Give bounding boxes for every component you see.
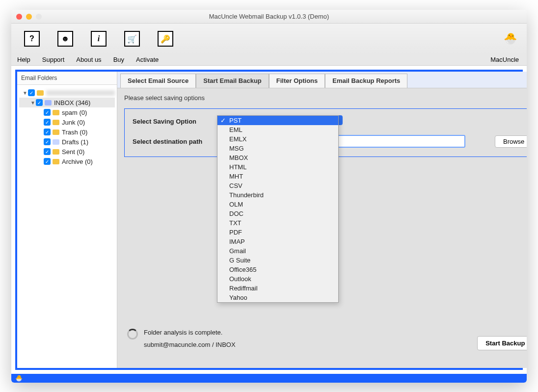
activate-button[interactable]: 🔑 (158, 31, 173, 47)
brand-logo-icon: 🐣 (504, 32, 517, 45)
footer: 🐣 (11, 374, 527, 383)
dropdown-option[interactable]: MBOX (217, 153, 338, 162)
app-window: MacUncle Webmail Backup v1.0.3 (Demo) ? … (11, 10, 527, 383)
saving-option-label: Select Saving Option (133, 118, 216, 125)
folder-icon (53, 110, 59, 115)
checkbox-icon[interactable]: ✓ (36, 99, 43, 106)
dropdown-option[interactable]: EMLX (217, 134, 338, 144)
tree-spam-row[interactable]: ✓ spam (0) (19, 107, 115, 117)
folder-icon (53, 149, 59, 155)
dropdown-option[interactable]: Outlook (217, 274, 338, 284)
dropdown-option[interactable]: OLM (217, 200, 338, 209)
main-panel: Select Email Source Start Email Backup F… (117, 72, 527, 368)
tabs: Select Email Source Start Email Backup F… (117, 72, 527, 88)
person-icon: ☻ (61, 34, 70, 43)
dropdown-option[interactable]: TXT (217, 218, 338, 228)
menu-support[interactable]: Support (36, 56, 71, 63)
question-icon: ? (29, 34, 34, 43)
about-button[interactable]: i (91, 31, 107, 47)
sent-label: Sent (0) (62, 148, 84, 156)
drafts-label: Drafts (1) (62, 138, 88, 146)
disclosure-icon[interactable]: ▼ (30, 100, 36, 105)
menu-activate[interactable]: Activate (130, 56, 164, 63)
buy-button[interactable]: 🛒 (124, 31, 140, 47)
folder-tree: ▼ ✓ ▼ ✓ INBOX (346) ✓ spam (0) (17, 85, 117, 169)
titlebar: MacUncle Webmail Backup v1.0.3 (Demo) (11, 10, 527, 24)
content-area: Email Folders ▼ ✓ ▼ ✓ INBOX (346) (11, 66, 527, 374)
dropdown-option[interactable]: DOC (217, 209, 338, 218)
checkbox-icon[interactable]: ✓ (44, 109, 51, 116)
disclosure-icon[interactable]: ▼ (22, 90, 28, 96)
menu-buy[interactable]: Buy (108, 56, 130, 63)
dropdown-option[interactable]: EML (217, 125, 338, 134)
tab-backup-reports[interactable]: Email Backup Reports (325, 74, 407, 88)
archive-label: Archive (0) (62, 158, 93, 165)
key-icon: 🔑 (161, 34, 170, 44)
menubar: Help Support About us Buy Activate MacUn… (11, 54, 527, 66)
dropdown-option[interactable]: Thunderbird (217, 190, 338, 200)
window-title: MacUncle Webmail Backup v1.0.3 (Demo) (11, 13, 527, 20)
start-backup-button[interactable]: Start Backup (477, 336, 527, 350)
dropdown-option[interactable]: Office365 (217, 265, 338, 274)
checkbox-icon[interactable]: ✓ (44, 158, 51, 165)
dropdown-option[interactable]: Rediffmail (217, 284, 338, 293)
help-button[interactable]: ? (24, 31, 40, 47)
menu-brand: MacUncle (484, 56, 527, 63)
checkbox-icon[interactable]: ✓ (44, 138, 51, 145)
tree-inbox-row[interactable]: ▼ ✓ INBOX (346) (19, 98, 115, 107)
inbox-icon (45, 100, 52, 105)
sidebar-title: Email Folders (17, 72, 117, 85)
junk-label: Junk (0) (62, 119, 85, 126)
checkbox-icon[interactable]: ✓ (44, 129, 51, 135)
dropdown-option[interactable]: PST (217, 116, 338, 125)
browse-button[interactable]: Browse (495, 135, 527, 148)
tree-archive-row[interactable]: ✓ Archive (0) (19, 157, 115, 166)
tree-account-row[interactable]: ▼ ✓ (19, 88, 115, 98)
tab-select-source[interactable]: Select Email Source (120, 74, 196, 88)
menu-about[interactable]: About us (70, 56, 107, 63)
footer-logo-icon: 🐣 (15, 375, 23, 382)
tree-trash-row[interactable]: ✓ Trash (0) (19, 127, 115, 137)
dropdown-option[interactable]: MHT (217, 172, 338, 181)
inbox-label: INBOX (346) (54, 99, 90, 106)
folder-icon (37, 90, 44, 96)
tree-junk-row[interactable]: ✓ Junk (0) (19, 117, 115, 127)
dropdown-option[interactable]: CSV (217, 181, 338, 190)
tree-drafts-row[interactable]: ✓ Drafts (1) (19, 137, 115, 147)
toolbar: ? ☻ i 🛒 🔑 🐣 (11, 24, 527, 54)
dropdown-option[interactable]: G Suite (217, 256, 338, 265)
account-label (46, 90, 115, 96)
hint-text: Please select saving options (124, 94, 527, 102)
info-icon: i (98, 34, 100, 43)
trash-label: Trash (0) (62, 129, 87, 136)
main-frame: Email Folders ▼ ✓ ▼ ✓ INBOX (346) (15, 70, 523, 370)
checkbox-icon[interactable]: ✓ (44, 119, 51, 126)
cart-icon: 🛒 (127, 34, 137, 44)
dest-path-label: Select destination path (133, 138, 216, 145)
folder-icon (53, 120, 59, 125)
dropdown-option[interactable]: Yahoo (217, 293, 338, 302)
support-button[interactable]: ☻ (57, 31, 73, 47)
tab-start-backup[interactable]: Start Email Backup (196, 74, 269, 88)
sidebar: Email Folders ▼ ✓ ▼ ✓ INBOX (346) (17, 72, 117, 368)
tree-sent-row[interactable]: ✓ Sent (0) (19, 147, 115, 157)
folder-icon (53, 139, 59, 145)
spam-label: spam (0) (62, 109, 87, 116)
status-area: Folder analysis is complete. submit@macu… (127, 329, 236, 353)
dropdown-option[interactable]: IMAP (217, 237, 338, 246)
status-line2: submit@macuncle.com / INBOX (144, 341, 236, 348)
dropdown-option[interactable]: PDF (217, 228, 338, 237)
folder-icon (53, 130, 59, 135)
saving-option-dropdown[interactable]: PSTEMLEMLXMSGMBOXHTMLMHTCSVThunderbirdOL… (217, 115, 339, 303)
dropdown-option[interactable]: MSG (217, 144, 338, 153)
folder-icon (53, 159, 59, 164)
menu-help[interactable]: Help (11, 56, 36, 63)
dropdown-option[interactable]: HTML (217, 162, 338, 172)
checkbox-icon[interactable]: ✓ (44, 148, 51, 155)
checkbox-icon[interactable]: ✓ (28, 89, 35, 96)
tab-content: Please select saving options Select Savi… (117, 88, 527, 368)
tab-filter-options[interactable]: Filter Options (269, 74, 325, 88)
dropdown-option[interactable]: Gmail (217, 246, 338, 256)
status-line1: Folder analysis is complete. (144, 329, 236, 336)
spinner-icon (127, 329, 138, 340)
